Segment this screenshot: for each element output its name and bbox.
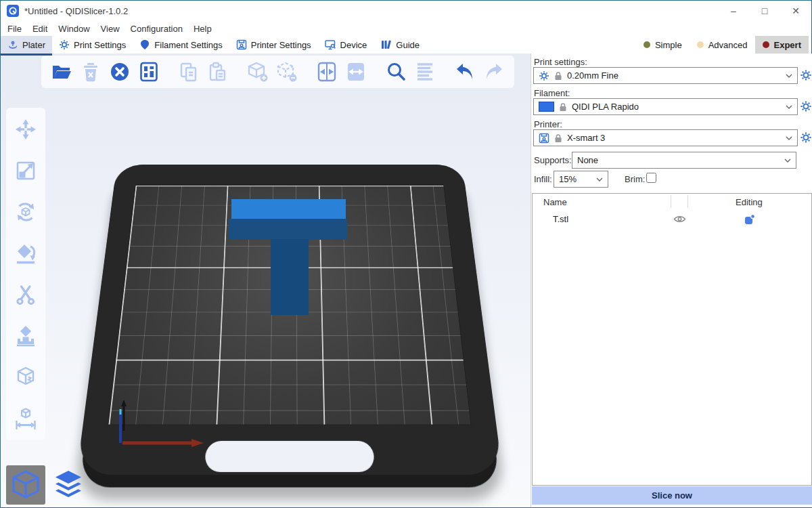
search-button[interactable] xyxy=(384,59,408,85)
maximize-button[interactable]: □ xyxy=(749,1,780,21)
cut-scissors-icon xyxy=(14,283,37,306)
undo-button[interactable] xyxy=(453,59,477,85)
model-t-stem[interactable] xyxy=(271,239,309,315)
tab-device[interactable]: Device xyxy=(318,36,374,54)
split-to-objects-button[interactable] xyxy=(315,59,339,85)
tab-filament-settings[interactable]: Filament Settings xyxy=(133,36,229,54)
tab-plater[interactable]: Plater xyxy=(1,36,52,54)
filament-icon xyxy=(139,39,150,50)
slice-now-button[interactable]: Slice now xyxy=(532,486,812,505)
gear-icon xyxy=(539,70,549,81)
paste-button[interactable] xyxy=(206,59,230,85)
scale-icon xyxy=(14,159,37,182)
scale-button[interactable] xyxy=(12,157,39,184)
tab-label: Printer Settings xyxy=(251,40,311,50)
menu-window[interactable]: Window xyxy=(53,24,95,34)
brim-label: Brim: xyxy=(625,174,645,184)
3d-view-cube-icon xyxy=(9,469,42,501)
view-mode-toggles xyxy=(6,465,88,505)
cut-button[interactable] xyxy=(12,281,39,308)
printer-label: Printer: xyxy=(534,119,562,129)
arrange-button[interactable] xyxy=(137,59,161,85)
filament-value: QIDI PLA Rapido xyxy=(572,102,639,112)
menu-file[interactable]: File xyxy=(2,24,27,34)
measure-button[interactable] xyxy=(12,405,39,432)
filament-label: Filament: xyxy=(534,88,570,98)
filament-combo[interactable]: QIDI PLA Rapido xyxy=(533,98,798,115)
add-instance-button[interactable] xyxy=(246,59,270,85)
close-button[interactable]: ✕ xyxy=(780,1,811,21)
tab-label: Plater xyxy=(22,40,45,50)
3d-editor-toggle[interactable] xyxy=(6,465,45,505)
add-instance-icon xyxy=(247,61,269,83)
menu-help[interactable]: Help xyxy=(188,24,217,34)
mode-expert[interactable]: Expert xyxy=(755,36,809,54)
rotate-button[interactable] xyxy=(12,198,39,226)
remove-instance-button[interactable] xyxy=(275,59,299,85)
copy-icon xyxy=(178,61,200,83)
chevron-down-icon xyxy=(596,177,603,182)
print-settings-gear-button[interactable] xyxy=(800,69,812,81)
settings-sidebar: Print settings: 0.20mm Fine Filament: QI… xyxy=(531,54,812,507)
place-on-face-icon xyxy=(14,242,37,265)
redo-button[interactable] xyxy=(482,59,506,85)
paint-supports-button[interactable] xyxy=(12,322,39,350)
variable-layer-height-button[interactable] xyxy=(413,59,437,85)
place-on-face-button[interactable] xyxy=(12,240,39,267)
mode-simple[interactable]: Simple xyxy=(636,36,690,54)
supports-combo[interactable]: None xyxy=(572,152,796,169)
mode-label: Advanced xyxy=(708,40,748,50)
tab-print-settings[interactable]: Print Settings xyxy=(52,36,133,54)
qidislicer-window: *Untitled - QIDISlicer-1.0.2 – □ ✕ File … xyxy=(0,0,812,508)
device-icon xyxy=(325,39,336,50)
split-objects-icon xyxy=(316,61,338,83)
object-list-header: Name Editing xyxy=(533,194,811,210)
print-settings-label: Print settings: xyxy=(534,57,587,67)
layers-icon xyxy=(52,469,85,501)
printer-combo[interactable]: X-smart 3 xyxy=(533,129,798,146)
printer-icon xyxy=(236,39,247,50)
tab-label: Filament Settings xyxy=(154,40,222,50)
open-button[interactable] xyxy=(49,59,74,85)
expert-dot-icon xyxy=(763,41,769,48)
filament-gear-button[interactable] xyxy=(800,100,812,112)
model-t-top-face[interactable] xyxy=(231,199,346,219)
menu-bar: File Edit Window View Configuration Help xyxy=(1,21,811,36)
column-separator xyxy=(671,195,671,208)
model-t-crossbar[interactable] xyxy=(229,219,347,240)
column-separator xyxy=(687,195,688,208)
copy-button[interactable] xyxy=(177,59,201,85)
eye-visibility-icon[interactable] xyxy=(673,215,686,224)
infill-combo[interactable]: 15% xyxy=(554,171,608,188)
brim-checkbox[interactable] xyxy=(646,173,656,183)
3d-viewport[interactable] xyxy=(1,54,531,507)
tab-guide[interactable]: Guide xyxy=(374,36,426,54)
supports-label: Supports: xyxy=(534,155,572,165)
print-settings-combo[interactable]: 0.20mm Fine xyxy=(533,67,798,84)
delete-button[interactable] xyxy=(78,59,103,85)
tab-label: Guide xyxy=(396,40,420,50)
delete-all-button[interactable] xyxy=(108,59,132,85)
seam-icon xyxy=(14,366,37,389)
undo-icon xyxy=(454,61,476,83)
menu-view[interactable]: View xyxy=(95,24,125,34)
supports-value: None xyxy=(577,155,598,165)
mode-advanced[interactable]: Advanced xyxy=(690,36,755,54)
column-editing: Editing xyxy=(736,197,763,207)
tab-printer-settings[interactable]: Printer Settings xyxy=(229,36,318,54)
split-to-parts-button[interactable] xyxy=(344,59,368,85)
bed-handle-cutout xyxy=(204,441,375,472)
printer-icon xyxy=(539,133,549,144)
menu-configuration[interactable]: Configuration xyxy=(125,24,188,34)
window-title: *Untitled - QIDISlicer-1.0.2 xyxy=(24,6,128,16)
move-button[interactable] xyxy=(12,116,39,143)
menu-edit[interactable]: Edit xyxy=(27,24,53,34)
printer-gear-button[interactable] xyxy=(800,131,812,144)
editing-icon[interactable] xyxy=(744,213,757,226)
minimize-button[interactable]: – xyxy=(718,1,749,21)
rotate-icon xyxy=(14,200,37,224)
arrange-icon xyxy=(138,61,160,83)
layers-preview-toggle[interactable] xyxy=(49,465,88,505)
seam-painting-button[interactable] xyxy=(12,364,39,391)
object-row-tstl[interactable]: T.stl xyxy=(533,210,811,228)
